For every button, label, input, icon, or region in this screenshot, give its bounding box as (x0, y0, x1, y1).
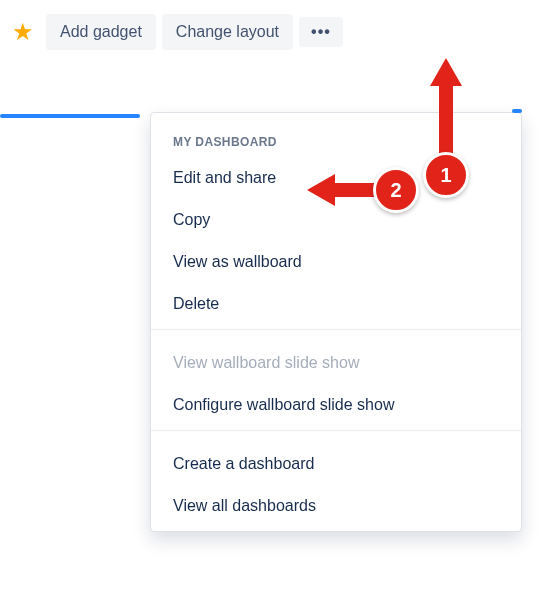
menu-section-dashboard: MY DASHBOARD Edit and share Copy View as… (151, 113, 521, 329)
add-gadget-button[interactable]: Add gadget (46, 14, 156, 50)
menu-section-title: MY DASHBOARD (151, 125, 521, 157)
more-actions-button[interactable]: ••• (299, 17, 343, 47)
toolbar: ★ Add gadget Change layout ••• (0, 0, 541, 60)
ellipsis-icon: ••• (311, 23, 331, 41)
menu-section-global: Create a dashboard View all dashboards (151, 430, 521, 531)
more-actions-dropdown: MY DASHBOARD Edit and share Copy View as… (150, 112, 522, 532)
active-tab-indicator (0, 114, 140, 118)
menu-item-copy[interactable]: Copy (151, 199, 521, 241)
menu-item-view-wallboard[interactable]: View as wallboard (151, 241, 521, 283)
menu-item-delete[interactable]: Delete (151, 283, 521, 325)
menu-section-slideshow: View wallboard slide show Configure wall… (151, 329, 521, 430)
menu-item-view-all-dashboards[interactable]: View all dashboards (151, 485, 521, 527)
menu-item-create-dashboard[interactable]: Create a dashboard (151, 443, 521, 485)
menu-item-configure-slideshow[interactable]: Configure wallboard slide show (151, 384, 521, 426)
change-layout-button[interactable]: Change layout (162, 14, 293, 50)
menu-item-edit-share[interactable]: Edit and share (151, 157, 521, 199)
arrow-head-icon (430, 58, 462, 86)
star-icon[interactable]: ★ (10, 20, 40, 44)
menu-item-view-slideshow: View wallboard slide show (151, 342, 521, 384)
